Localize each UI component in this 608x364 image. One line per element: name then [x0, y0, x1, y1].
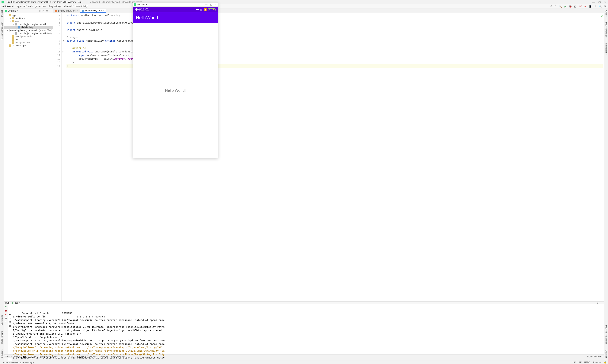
rerun-icon[interactable]: ↻ [5, 305, 7, 308]
search-everywhere-icon[interactable]: 🔍 [598, 5, 602, 8]
sync-icon[interactable]: ⟳ [554, 5, 557, 8]
tree-row[interactable]: ▸ java (generated) [4, 35, 53, 38]
close-tab-icon[interactable]: × [103, 10, 104, 12]
breadcrumb-segment[interactable]: java [36, 5, 40, 8]
tree-caret-icon[interactable]: ▾ [12, 23, 14, 26]
menu-refactor[interactable]: Refactor [37, 1, 46, 3]
menu-tools[interactable]: Tools [57, 1, 62, 3]
tree-caret-icon[interactable]: ▸ [9, 36, 11, 38]
tree-row[interactable]: ▸ manifests [4, 17, 53, 20]
stop-icon[interactable]: ■ [584, 5, 587, 8]
build-variants-tab[interactable]: Build Variants [1, 331, 3, 344]
sdk-manager-icon[interactable]: ⬇ [594, 5, 597, 8]
tree-row[interactable]: MainActivity [4, 26, 53, 29]
breadcrumb-project[interactable]: HelloWorld [1, 5, 13, 8]
run-config-tab[interactable]: ▶ app × [12, 301, 20, 304]
menu-build[interactable]: Build [46, 1, 51, 3]
breadcrumb-segment[interactable]: src [23, 5, 26, 8]
tree-caret-icon[interactable]: ▾ [6, 14, 8, 16]
editor-tab[interactable]: MainActivity.java× [80, 9, 106, 13]
hide-icon[interactable]: — [50, 10, 52, 12]
breadcrumb-segment[interactable]: MainActivity [76, 5, 88, 8]
git-branch-icon[interactable]: ⎇ [549, 5, 552, 8]
menu-edit[interactable]: Edit [11, 1, 15, 3]
tree-row[interactable]: ▾ com.dingjiaxiong.helloworld [4, 23, 53, 26]
close-icon[interactable]: ✕ [215, 3, 217, 6]
build-hammer-icon[interactable]: 🔨 [559, 5, 562, 8]
tree-row[interactable]: ▾ app [4, 14, 53, 17]
resource-manager-toolwindow-tab[interactable]: Resource Manager [1, 22, 3, 40]
print-icon[interactable]: 🖶 [9, 321, 11, 323]
file-encoding[interactable]: UTF-8 [584, 361, 590, 364]
settings-gear-icon[interactable]: ⚙ [596, 301, 598, 304]
stop-icon[interactable]: ■ [5, 313, 7, 316]
tree-row[interactable]: ▸ Gradle Scripts [4, 44, 53, 47]
minimize-icon[interactable]: — [592, 0, 595, 4]
readonly-lock-icon[interactable]: 🔓 [604, 361, 607, 364]
menu-file[interactable]: File [7, 1, 11, 3]
attach-debugger-icon[interactable]: 🐞 [5, 309, 7, 312]
target-icon[interactable]: ◎ [39, 10, 41, 12]
tree-row[interactable]: ▸ res [4, 38, 53, 41]
down-icon[interactable]: ↓ [10, 309, 11, 312]
emulator-screen[interactable]: 中午12:01 ••• ⊠ 📶 100⚡ HelloWorld Hello Wo… [133, 7, 218, 158]
collapse-all-icon[interactable]: ⇱ [43, 10, 44, 12]
emulator-tab[interactable]: Emulator [605, 350, 608, 358]
breadcrumb-segment[interactable]: main [28, 5, 33, 8]
menu-code[interactable]: Code [31, 1, 37, 3]
emulator-window[interactable]: Mi Note 3 — ▢ ✕ 中午12:01 ••• ⊠ 📶 100⚡ Hel… [133, 2, 218, 158]
tree-caret-icon[interactable]: ▸ [12, 32, 14, 35]
menu-vcs[interactable]: VCS [63, 1, 67, 3]
tree-row[interactable]: ▸ com.dingjiaxiong.helloworld (androidTe… [4, 29, 53, 32]
scroll-to-end-icon[interactable]: ⤓ [9, 317, 11, 320]
debug-bug-icon[interactable]: 🐞 [569, 5, 572, 8]
tree-caret-icon[interactable]: ▾ [9, 20, 11, 22]
chevron-down-icon[interactable]: ▾ [17, 10, 18, 12]
tree-caret-icon[interactable]: ▸ [9, 42, 11, 44]
project-view-selector[interactable]: Android [8, 10, 16, 12]
maximize-icon[interactable]: ▢ [598, 0, 601, 4]
layout-icon[interactable]: ▤ [5, 317, 7, 320]
settings-gear-icon[interactable]: ⚙ [603, 5, 607, 8]
tree-caret-icon[interactable]: ▸ [9, 17, 11, 19]
tree-row[interactable]: ▸ com.dingjiaxiong.helloworld (test) [4, 32, 53, 35]
line-separator[interactable]: LF [579, 361, 582, 364]
caret-position[interactable]: 14:2 [572, 361, 576, 364]
menu-navigate[interactable]: Navigate [21, 1, 30, 3]
settings-gear-icon[interactable]: ⚙ [46, 10, 48, 12]
bookmarks-tab[interactable]: Bookmarks [1, 315, 3, 325]
close-tab-icon[interactable]: × [19, 301, 20, 304]
gradle-tab[interactable]: Gradle [605, 10, 608, 16]
breadcrumb-segment[interactable]: dingjiaxiong [49, 5, 61, 8]
tree-caret-icon[interactable]: ▸ [9, 39, 11, 41]
soft-wrap-icon[interactable]: ↩ [9, 313, 11, 316]
coverage-icon[interactable]: ◧ [574, 5, 577, 8]
notifications-tab[interactable]: Notifications [605, 43, 608, 54]
menu-help[interactable]: Help [77, 1, 81, 3]
maximize-icon[interactable]: ▢ [210, 3, 212, 6]
menu-view[interactable]: View [16, 1, 21, 3]
minimize-icon[interactable]: — [205, 3, 207, 6]
close-icon[interactable]: ✕ [604, 0, 607, 4]
console-output[interactable]: Reconstruct Branch : NOTHINGI/Adreno: Bu… [12, 304, 604, 364]
breadcrumb-segment[interactable]: helloworld [63, 5, 73, 8]
filter-icon[interactable]: ⏷ [5, 321, 7, 323]
breadcrumb-segment[interactable]: app [17, 5, 21, 8]
profile-icon[interactable]: 📈 [579, 5, 582, 8]
menu-window[interactable]: Window [68, 1, 76, 3]
up-icon[interactable]: ↑ [10, 305, 11, 308]
project-tree[interactable]: ▾ app▸ manifests▾ java▾ com.dingjiaxiong… [4, 13, 53, 301]
menu-run[interactable]: Run [52, 1, 56, 3]
clear-icon[interactable]: 🗑 [9, 325, 11, 327]
avd-manager-icon[interactable]: 📱 [589, 5, 592, 8]
indent-setting[interactable]: 4 spaces [593, 361, 601, 364]
emulator-titlebar[interactable]: Mi Note 3 — ▢ ✕ [133, 2, 218, 7]
device-manager-tab[interactable]: Device Manager [605, 22, 608, 38]
tree-caret-icon[interactable]: ▸ [7, 29, 8, 32]
run-play-icon[interactable]: ▶ [564, 5, 567, 8]
tree-caret-icon[interactable]: ▸ [6, 45, 8, 47]
breadcrumb-segment[interactable]: com [42, 5, 46, 8]
tree-row[interactable]: ▸ res (generated) [4, 41, 53, 44]
tree-row[interactable]: ▾ java [4, 20, 53, 23]
hide-icon[interactable]: — [600, 301, 603, 304]
